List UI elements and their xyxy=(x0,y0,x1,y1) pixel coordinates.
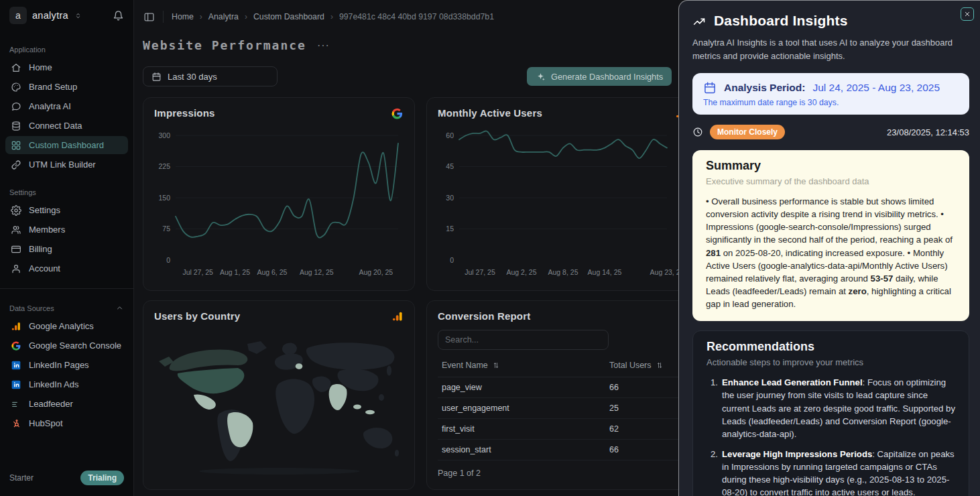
sidebar-item-label: Analytra AI xyxy=(29,101,71,111)
sidebar-item-billing[interactable]: Billing xyxy=(5,240,128,258)
trend-up-icon xyxy=(692,14,707,28)
card-title: Conversion Report xyxy=(438,310,530,322)
region-australia xyxy=(363,428,392,448)
region-middle-east xyxy=(312,377,330,392)
column-header-event-name[interactable]: Event Name xyxy=(438,354,605,377)
sidebar-item-brand-setup[interactable]: Brand Setup xyxy=(5,78,128,96)
breadcrumb-item[interactable]: Custom Dashboard xyxy=(253,12,324,21)
svg-text:Jul 27, 25: Jul 27, 25 xyxy=(182,268,213,276)
calendar-icon xyxy=(703,81,717,95)
sidebar-item-hubspot[interactable]: HubSpot xyxy=(5,414,128,432)
search-input[interactable] xyxy=(438,330,609,350)
svg-text:Aug 8, 25: Aug 8, 25 xyxy=(548,268,578,276)
mau-line-chart: 015304560Jul 27, 25Aug 2, 25Aug 8, 25Aug… xyxy=(432,127,688,283)
calendar-icon xyxy=(151,72,162,82)
clock-icon xyxy=(692,127,703,137)
sidebar-item-google-search-console[interactable]: Google Search Console xyxy=(5,336,128,355)
sidebar-section-label: Data Sources xyxy=(9,304,124,312)
recommendations-subtitle: Actionable steps to improve your metrics xyxy=(707,357,955,367)
sidebar-item-label: Members xyxy=(29,225,65,235)
database-icon xyxy=(11,121,21,131)
recommendation-text: Enhance Lead Generation Funnel: Focus on… xyxy=(722,376,955,440)
sidebar-item-analytra-ai[interactable]: Analytra AI xyxy=(5,97,128,115)
region-antarctica xyxy=(199,468,360,475)
table-cell: 62 xyxy=(605,419,687,440)
sparkles-icon xyxy=(536,72,546,82)
sidebar-divider xyxy=(0,288,133,289)
summary-body: • Overall business performance is stable… xyxy=(706,195,956,310)
world-map xyxy=(152,332,407,481)
generate-insights-button[interactable]: Generate Dashboard Insights xyxy=(527,67,672,86)
analysis-period-card: Analysis Period: Jul 24, 2025 - Aug 23, … xyxy=(692,73,969,115)
sidebar-item-leadfeeder[interactable]: Leadfeeder xyxy=(5,395,128,413)
recommendations-card: Recommendations Actionable steps to impr… xyxy=(692,330,969,496)
sidebar-item-account[interactable]: Account xyxy=(5,259,128,277)
page-menu-button[interactable]: ··· xyxy=(317,40,330,52)
region-japan xyxy=(387,366,391,376)
recommendations-list: 1.Enhance Lead Generation Funnel: Focus … xyxy=(707,376,955,496)
generate-insights-label: Generate Dashboard Insights xyxy=(551,72,663,82)
linkedin-icon xyxy=(11,379,21,390)
close-button[interactable] xyxy=(961,7,974,21)
table-cell: 66 xyxy=(605,440,687,460)
chevron-up-icon[interactable] xyxy=(115,304,124,312)
sidebar-item-linkedin-pages[interactable]: LinkedIn Pages xyxy=(5,356,128,374)
workspace-switcher-icon[interactable] xyxy=(74,11,82,20)
divider xyxy=(163,11,164,23)
breadcrumb-item[interactable]: Analytra xyxy=(208,12,239,21)
page-title: Website Performance xyxy=(143,38,306,52)
recommendations-title: Recommendations xyxy=(707,340,955,354)
conversion-table: Event NameTotal Users page_view66user_en… xyxy=(438,354,687,460)
sidebar-item-home[interactable]: Home xyxy=(5,58,128,76)
summary-subtitle: Executive summary of the dashboard data xyxy=(706,176,956,186)
table-cell: page_view xyxy=(438,377,605,398)
card-title: Users by Country xyxy=(154,310,240,322)
sidebar-toggle-icon[interactable] xyxy=(143,11,155,23)
sidebar-item-label: Google Search Console xyxy=(29,340,121,351)
svg-text:0: 0 xyxy=(450,256,454,264)
conversion-report-card: Conversion Report Event NameTotal Users … xyxy=(426,300,698,490)
analysis-period-note: The maximum date range is 30 days. xyxy=(703,98,960,107)
hubspot-icon xyxy=(11,418,21,429)
users-icon xyxy=(11,225,21,235)
card-title: Monthly Active Users xyxy=(438,107,542,119)
sidebar-item-label: Account xyxy=(29,263,60,273)
sidebar-item-settings[interactable]: Settings xyxy=(5,201,128,219)
sidebar-item-connect-data[interactable]: Connect Data xyxy=(5,117,128,135)
sidebar-item-label: Custom Dashboard xyxy=(29,140,104,150)
region-russia xyxy=(306,343,395,369)
panel-description: Analytra AI Insights is a tool that uses… xyxy=(692,36,965,62)
sidebar-item-label: Leadfeeder xyxy=(29,399,73,409)
svg-text:300: 300 xyxy=(158,131,170,139)
plan-label: Starter xyxy=(9,473,34,483)
region-new-zealand xyxy=(395,450,399,456)
sidebar-item-google-analytics[interactable]: Google Analytics xyxy=(5,317,128,335)
impressions-line-chart: 075150225300Jul 27, 25Aug 1, 25Aug 6, 25… xyxy=(149,127,405,283)
sidebar-item-custom-dashboard[interactable]: Custom Dashboard xyxy=(5,136,128,154)
breadcrumb-item[interactable]: Home xyxy=(172,12,194,21)
gear-icon xyxy=(11,205,21,216)
column-header-total-users[interactable]: Total Users xyxy=(605,354,687,377)
svg-text:Jul 27, 25: Jul 27, 25 xyxy=(465,268,495,276)
sidebar-item-linkedin-ads[interactable]: LinkedIn Ads xyxy=(5,375,128,393)
sidebar-item-label: Connect Data xyxy=(29,121,82,131)
workspace-name[interactable]: analytra xyxy=(32,10,68,21)
sort-icon xyxy=(492,361,500,369)
recommendation-text: Leverage High Impressions Periods: Capit… xyxy=(722,448,955,496)
app-window: a analytra ApplicationHomeBrand SetupAna… xyxy=(0,0,980,496)
country-mexico xyxy=(194,394,216,410)
panel-title: Dashboard Insights xyxy=(714,13,848,29)
notifications-bell-icon[interactable] xyxy=(113,10,124,21)
google-search-console-icon xyxy=(391,107,404,120)
country-canada xyxy=(170,349,248,371)
sidebar-item-members[interactable]: Members xyxy=(5,221,128,239)
table-row: first_visit62 xyxy=(438,419,687,440)
sidebar-item-utm-link-builder[interactable]: UTM Link Builder xyxy=(5,156,128,174)
country-united-states xyxy=(178,368,245,393)
timestamp: 23/08/2025, 12:14:53 xyxy=(887,127,969,137)
monthly-active-users-card: Monthly Active Users 015304560Jul 27, 25… xyxy=(426,97,698,291)
svg-text:150: 150 xyxy=(158,194,170,202)
table-cell: session_start xyxy=(438,440,605,460)
date-range-button[interactable]: Last 30 days xyxy=(143,66,278,86)
breadcrumb-separator: › xyxy=(245,12,247,21)
